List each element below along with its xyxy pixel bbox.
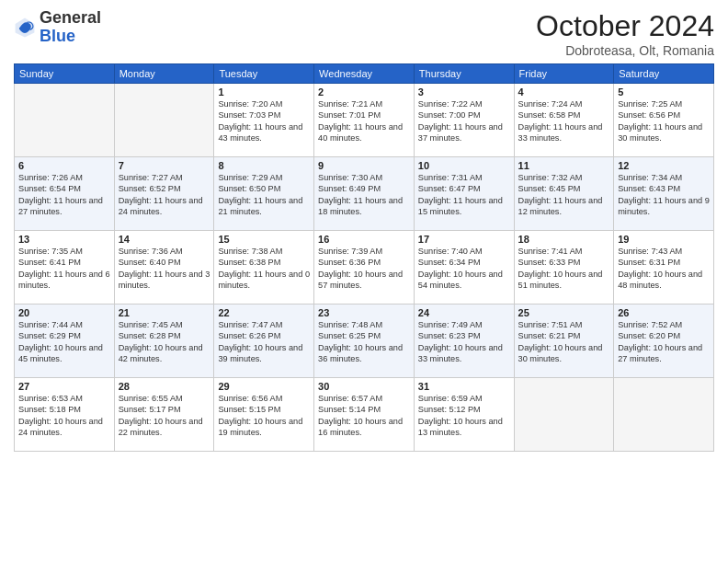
day-header-monday: Monday [114,64,214,84]
title-block: October 2024 Dobroteasa, Olt, Romania [536,9,714,58]
day-detail: Sunrise: 7:41 AM Sunset: 6:33 PM Dayligh… [518,246,610,292]
day-number: 30 [318,381,410,392]
calendar-cell [514,378,614,452]
calendar-cell: 3Sunrise: 7:22 AM Sunset: 7:00 PM Daylig… [414,84,514,157]
day-number: 11 [518,160,610,171]
day-detail: Sunrise: 6:55 AM Sunset: 5:17 PM Dayligh… [119,393,210,439]
day-detail: Sunrise: 7:38 AM Sunset: 6:38 PM Dayligh… [218,246,310,292]
location: Dobroteasa, Olt, Romania [536,43,714,58]
day-detail: Sunrise: 7:44 AM Sunset: 6:29 PM Dayligh… [18,319,110,365]
day-number: 5 [618,86,710,98]
calendar-cell: 31Sunrise: 6:59 AM Sunset: 5:12 PM Dayli… [414,378,514,452]
calendar-cell: 26Sunrise: 7:52 AM Sunset: 6:20 PM Dayli… [614,304,714,378]
calendar-cell: 30Sunrise: 6:57 AM Sunset: 5:14 PM Dayli… [314,378,415,452]
day-detail: Sunrise: 7:39 AM Sunset: 6:36 PM Dayligh… [318,246,410,292]
day-detail: Sunrise: 7:31 AM Sunset: 6:47 PM Dayligh… [418,172,510,218]
day-detail: Sunrise: 7:51 AM Sunset: 6:21 PM Dayligh… [518,319,610,365]
calendar-cell: 28Sunrise: 6:55 AM Sunset: 5:17 PM Dayli… [114,378,214,452]
calendar-cell [15,84,115,157]
day-detail: Sunrise: 7:43 AM Sunset: 6:31 PM Dayligh… [618,246,710,292]
day-detail: Sunrise: 7:45 AM Sunset: 6:28 PM Dayligh… [119,319,210,365]
day-number: 3 [418,86,510,98]
day-header-wednesday: Wednesday [314,64,415,84]
calendar-cell: 20Sunrise: 7:44 AM Sunset: 6:29 PM Dayli… [15,304,115,378]
day-number: 19 [618,234,710,245]
calendar-cell: 1Sunrise: 7:20 AM Sunset: 7:03 PM Daylig… [214,84,314,157]
day-number: 4 [518,86,610,98]
day-detail: Sunrise: 6:59 AM Sunset: 5:12 PM Dayligh… [418,393,510,439]
day-detail: Sunrise: 7:34 AM Sunset: 6:43 PM Dayligh… [618,172,710,218]
day-number: 28 [119,381,210,392]
day-header-thursday: Thursday [414,64,514,84]
day-number: 23 [318,307,410,318]
calendar-cell: 10Sunrise: 7:31 AM Sunset: 6:47 PM Dayli… [414,157,514,231]
day-detail: Sunrise: 7:25 AM Sunset: 6:56 PM Dayligh… [618,98,710,144]
calendar-cell: 9Sunrise: 7:30 AM Sunset: 6:49 PM Daylig… [314,157,415,231]
day-detail: Sunrise: 7:47 AM Sunset: 6:26 PM Dayligh… [218,319,310,365]
day-header-saturday: Saturday [614,64,714,84]
calendar-cell: 24Sunrise: 7:49 AM Sunset: 6:23 PM Dayli… [414,304,514,378]
week-row-5: 27Sunrise: 6:53 AM Sunset: 5:18 PM Dayli… [15,378,714,452]
day-detail: Sunrise: 7:40 AM Sunset: 6:34 PM Dayligh… [418,246,510,292]
day-header-sunday: Sunday [15,64,115,84]
day-detail: Sunrise: 7:22 AM Sunset: 7:00 PM Dayligh… [418,98,510,144]
calendar-cell: 23Sunrise: 7:48 AM Sunset: 6:25 PM Dayli… [314,304,415,378]
day-detail: Sunrise: 7:30 AM Sunset: 6:49 PM Dayligh… [318,172,410,218]
day-detail: Sunrise: 6:57 AM Sunset: 5:14 PM Dayligh… [318,393,410,439]
calendar-cell: 25Sunrise: 7:51 AM Sunset: 6:21 PM Dayli… [514,304,614,378]
day-number: 21 [119,307,210,318]
day-number: 29 [218,381,310,392]
day-number: 10 [418,160,510,171]
calendar-cell: 8Sunrise: 7:29 AM Sunset: 6:50 PM Daylig… [214,157,314,231]
day-header-tuesday: Tuesday [214,64,314,84]
logo: General Blue [14,9,101,46]
day-number: 14 [119,234,210,245]
calendar-cell: 4Sunrise: 7:24 AM Sunset: 6:58 PM Daylig… [514,84,614,157]
calendar-cell: 12Sunrise: 7:34 AM Sunset: 6:43 PM Dayli… [614,157,714,231]
day-number: 17 [418,234,510,245]
calendar-cell [114,84,214,157]
calendar-cell: 19Sunrise: 7:43 AM Sunset: 6:31 PM Dayli… [614,231,714,304]
header: General Blue October 2024 Dobroteasa, Ol… [14,9,714,58]
logo-icon [14,17,36,39]
day-detail: Sunrise: 7:29 AM Sunset: 6:50 PM Dayligh… [218,172,310,218]
day-detail: Sunrise: 6:56 AM Sunset: 5:15 PM Dayligh… [218,393,310,439]
calendar-cell: 16Sunrise: 7:39 AM Sunset: 6:36 PM Dayli… [314,231,415,304]
day-number: 27 [18,381,110,392]
day-detail: Sunrise: 7:27 AM Sunset: 6:52 PM Dayligh… [119,172,210,218]
day-number: 20 [18,307,110,318]
day-number: 8 [218,160,310,171]
day-detail: Sunrise: 7:36 AM Sunset: 6:40 PM Dayligh… [119,246,210,292]
logo-text: General Blue [40,9,101,46]
calendar-cell: 5Sunrise: 7:25 AM Sunset: 6:56 PM Daylig… [614,84,714,157]
calendar-cell: 11Sunrise: 7:32 AM Sunset: 6:45 PM Dayli… [514,157,614,231]
day-detail: Sunrise: 6:53 AM Sunset: 5:18 PM Dayligh… [18,393,110,439]
day-number: 31 [418,381,510,392]
calendar-cell: 6Sunrise: 7:26 AM Sunset: 6:54 PM Daylig… [15,157,115,231]
week-row-4: 20Sunrise: 7:44 AM Sunset: 6:29 PM Dayli… [15,304,714,378]
calendar: SundayMondayTuesdayWednesdayThursdayFrid… [14,63,714,452]
day-number: 24 [418,307,510,318]
day-detail: Sunrise: 7:26 AM Sunset: 6:54 PM Dayligh… [18,172,110,218]
calendar-cell: 18Sunrise: 7:41 AM Sunset: 6:33 PM Dayli… [514,231,614,304]
day-number: 25 [518,307,610,318]
day-detail: Sunrise: 7:21 AM Sunset: 7:01 PM Dayligh… [318,98,410,144]
calendar-cell: 15Sunrise: 7:38 AM Sunset: 6:38 PM Dayli… [214,231,314,304]
calendar-cell: 29Sunrise: 6:56 AM Sunset: 5:15 PM Dayli… [214,378,314,452]
day-number: 12 [618,160,710,171]
day-number: 18 [518,234,610,245]
calendar-cell: 14Sunrise: 7:36 AM Sunset: 6:40 PM Dayli… [114,231,214,304]
calendar-cell: 2Sunrise: 7:21 AM Sunset: 7:01 PM Daylig… [314,84,415,157]
day-detail: Sunrise: 7:20 AM Sunset: 7:03 PM Dayligh… [218,98,310,144]
day-detail: Sunrise: 7:48 AM Sunset: 6:25 PM Dayligh… [318,319,410,365]
day-detail: Sunrise: 7:52 AM Sunset: 6:20 PM Dayligh… [618,319,710,365]
day-detail: Sunrise: 7:24 AM Sunset: 6:58 PM Dayligh… [518,98,610,144]
calendar-cell: 7Sunrise: 7:27 AM Sunset: 6:52 PM Daylig… [114,157,214,231]
day-header-friday: Friday [514,64,614,84]
calendar-cell: 27Sunrise: 6:53 AM Sunset: 5:18 PM Dayli… [15,378,115,452]
day-detail: Sunrise: 7:35 AM Sunset: 6:41 PM Dayligh… [18,246,110,292]
calendar-cell [614,378,714,452]
calendar-cell: 22Sunrise: 7:47 AM Sunset: 6:26 PM Dayli… [214,304,314,378]
week-row-1: 1Sunrise: 7:20 AM Sunset: 7:03 PM Daylig… [15,84,714,157]
day-number: 6 [18,160,110,171]
